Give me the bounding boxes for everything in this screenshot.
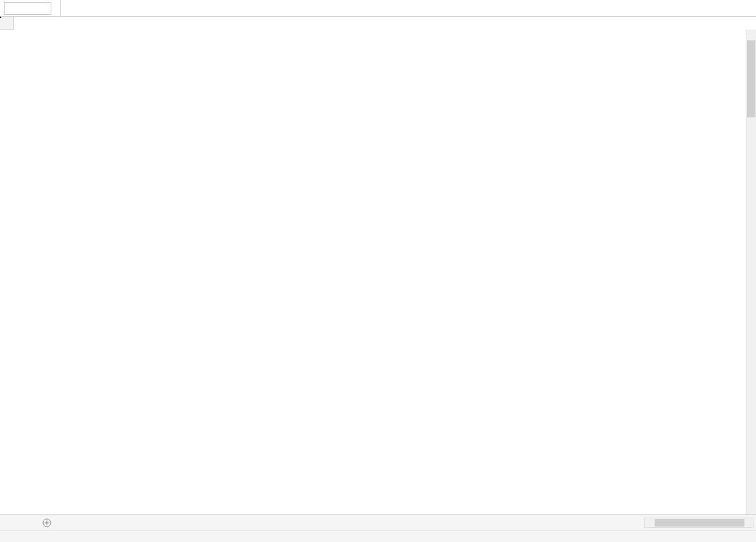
name-box-wrap [0, 0, 61, 16]
formula-bar [0, 0, 756, 17]
scroll-up-button[interactable] [746, 30, 756, 40]
add-sheet-button[interactable] [37, 518, 56, 527]
insert-function-button[interactable] [101, 1, 115, 15]
formula-input[interactable] [115, 1, 746, 15]
cancel-formula-button[interactable] [73, 1, 87, 15]
data-table-price-label-merged[interactable] [0, 17, 1, 17]
vertical-scrollbar[interactable] [746, 30, 756, 514]
enter-formula-button[interactable] [87, 1, 101, 15]
vertical-scroll-thumb[interactable] [747, 40, 755, 117]
scroll-down-button[interactable] [746, 504, 756, 514]
hscroll-track[interactable] [654, 518, 744, 527]
plus-circle-icon [42, 518, 51, 527]
select-all-corner[interactable] [0, 17, 14, 30]
hscroll-area [640, 518, 756, 528]
worksheet-area [0, 17, 756, 514]
name-box[interactable] [4, 2, 51, 15]
sheet-tabs-bar [0, 514, 756, 530]
horizontal-scrollbar[interactable] [644, 518, 753, 528]
horizontal-scroll-thumb[interactable] [655, 519, 744, 527]
status-bar [0, 530, 756, 542]
